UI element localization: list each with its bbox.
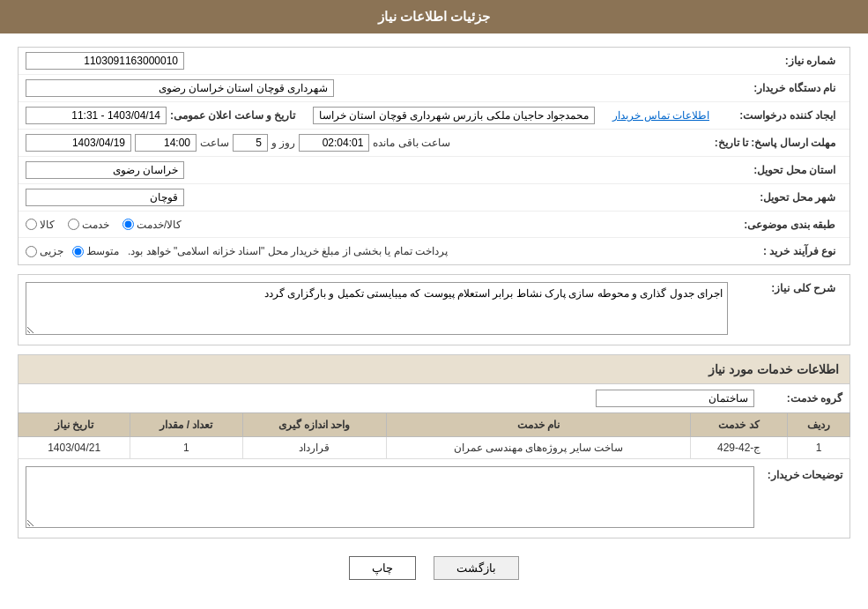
procurement-row: نوع فرآیند خرید : پرداخت تمام یا بخشی از… (19, 238, 849, 264)
main-form-section: شماره نیاز: نام دستگاه خریدار: ایجاد کنن… (18, 47, 850, 265)
buyer-org-row: نام دستگاه خریدار: (19, 75, 849, 102)
delivery-province-row: استان محل تحویل: (19, 157, 849, 184)
category-service-radio[interactable] (68, 219, 79, 230)
cell-service-name: ساخت سایر پروژه‌های مهندسی عمران (386, 437, 691, 459)
general-desc-label: شرح کلی نیاز: (728, 282, 842, 294)
back-button[interactable]: بازگشت (434, 556, 519, 580)
answer-deadline-value-cell: ساعت باقی مانده روز و ساعت (26, 134, 715, 152)
delivery-city-input[interactable] (26, 189, 184, 206)
col-service-name: نام خدمت (386, 413, 691, 437)
procurement-medium-label: متوسط (86, 245, 119, 257)
table-header-row: ردیف کد خدمت نام خدمت واحد اندازه گیری ت… (19, 413, 850, 437)
category-radio-group: کالا/خدمت خدمت کالا (26, 219, 182, 231)
contact-link[interactable]: اطلاعات تماس خریدار (612, 109, 709, 122)
answer-time-input[interactable] (135, 134, 197, 152)
procurement-option-small[interactable]: جزیی (26, 245, 63, 257)
delivery-city-value-cell (26, 189, 728, 206)
procurement-option-medium[interactable]: متوسط (72, 245, 119, 257)
col-unit: واحد اندازه گیری (242, 413, 386, 437)
category-goods-service-radio[interactable] (122, 219, 134, 230)
general-desc-content: اجرای جدول گذاری و محوطه سازی پارک نشاط … (26, 282, 728, 338)
procurement-options-group: پرداخت تمام یا بخشی از مبلغ خریدار محل "… (26, 245, 448, 257)
category-label: طبقه بندی موضوعی: (728, 219, 842, 231)
content-area: شماره نیاز: نام دستگاه خریدار: ایجاد کنن… (0, 33, 868, 609)
category-option-goods[interactable]: کالا (26, 219, 55, 231)
services-section: اطلاعات خدمات مورد نیاز گروه خدمت: ردیف … (18, 354, 850, 538)
cell-unit: قرارداد (242, 437, 386, 459)
need-number-input[interactable] (26, 52, 184, 70)
group-label: گروه خدمت: (754, 392, 842, 405)
col-service-code: کد خدمت (691, 413, 788, 437)
creator-label: ایجاد کننده درخواست: (728, 109, 842, 122)
table-row: 1 ج-42-429 ساخت سایر پروژه‌های مهندسی عم… (19, 437, 850, 459)
announce-datetime-input[interactable] (26, 107, 167, 124)
page-title: جزئیات اطلاعات نیاز (378, 9, 490, 24)
creator-input[interactable] (313, 107, 595, 124)
group-row: گروه خدمت: (18, 383, 850, 412)
print-button[interactable]: چاپ (349, 556, 416, 580)
procurement-value-cell: پرداخت تمام یا بخشی از مبلغ خریدار محل "… (26, 245, 728, 257)
delivery-city-label: شهر محل تحویل: (728, 191, 842, 204)
category-option-service[interactable]: خدمت (68, 219, 109, 231)
category-service-label: خدمت (82, 219, 109, 231)
answer-time-label: ساعت (200, 137, 229, 149)
need-number-value-cell (26, 52, 728, 70)
creator-value-cell: اطلاعات تماس خریدار تاریخ و ساعت اعلان ع… (26, 107, 728, 124)
category-goods-radio[interactable] (26, 219, 37, 230)
delivery-city-row: شهر محل تحویل: (19, 184, 849, 212)
answer-date-input[interactable] (26, 134, 131, 152)
need-number-label: شماره نیاز: (728, 55, 842, 67)
delivery-province-input[interactable] (26, 161, 184, 179)
cell-quantity: 1 (130, 437, 242, 459)
general-desc-section: شرح کلی نیاز: اجرای جدول گذاری و محوطه س… (18, 274, 850, 345)
answer-deadline-row: مهلت ارسال پاسخ: تا تاریخ: ساعت باقی مان… (19, 130, 849, 157)
remaining-time-input[interactable] (299, 134, 369, 152)
category-goods-label: کالا (40, 219, 55, 231)
answer-days-label: روز و (271, 137, 295, 149)
col-row-num: ردیف (787, 413, 849, 437)
buttons-row: بازگشت چاپ (18, 556, 850, 598)
category-value-cell: کالا/خدمت خدمت کالا (26, 219, 728, 231)
delivery-province-value-cell (26, 161, 728, 179)
procurement-medium-radio[interactable] (72, 246, 84, 257)
procurement-small-radio[interactable] (26, 246, 37, 257)
services-table: ردیف کد خدمت نام خدمت واحد اندازه گیری ت… (18, 412, 850, 459)
col-quantity: تعداد / مقدار (130, 413, 242, 437)
category-option-goods-service[interactable]: کالا/خدمت (122, 219, 182, 231)
buyer-org-value-cell (26, 79, 728, 97)
buyer-notes-label: توضیحات خریدار: (754, 466, 842, 481)
services-title: اطلاعات خدمات مورد نیاز (18, 354, 850, 383)
procurement-label: نوع فرآیند خرید : (728, 245, 842, 257)
cell-service-code: ج-42-429 (691, 437, 788, 459)
general-desc-textarea[interactable]: اجرای جدول گذاری و محوطه سازی پارک نشاط … (26, 282, 728, 335)
procurement-note: پرداخت تمام یا بخشی از مبلغ خریدار محل "… (128, 245, 448, 257)
answer-deadline-label: مهلت ارسال پاسخ: تا تاریخ: (715, 137, 842, 149)
page-wrapper: جزئیات اطلاعات نیاز شماره نیاز: نام دستگ… (0, 0, 868, 609)
buyer-notes-textarea[interactable] (26, 466, 754, 528)
group-value-input[interactable] (596, 390, 754, 407)
answer-days-input[interactable] (233, 134, 268, 152)
page-header: جزئیات اطلاعات نیاز (0, 0, 868, 33)
announce-datetime-label: تاریخ و ساعت اعلان عمومی: (170, 109, 295, 122)
col-need-date: تاریخ نیاز (19, 413, 130, 437)
procurement-small-label: جزیی (40, 245, 63, 257)
cell-row-num: 1 (787, 437, 849, 459)
announce-creator-row: ایجاد کننده درخواست: اطلاعات تماس خریدار… (19, 102, 849, 130)
need-number-row: شماره نیاز: (19, 48, 849, 75)
buyer-notes-content (26, 466, 754, 531)
remaining-time-label: ساعت باقی مانده (373, 137, 450, 149)
delivery-province-label: استان محل تحویل: (728, 164, 842, 176)
category-goods-service-label: کالا/خدمت (137, 219, 182, 231)
buyer-org-label: نام دستگاه خریدار: (728, 82, 842, 94)
category-row: طبقه بندی موضوعی: کالا/خدمت خدمت کالا (19, 212, 849, 238)
cell-need-date: 1403/04/21 (19, 437, 130, 459)
buyer-notes-section: توضیحات خریدار: (18, 459, 850, 538)
buyer-org-input[interactable] (26, 79, 334, 97)
